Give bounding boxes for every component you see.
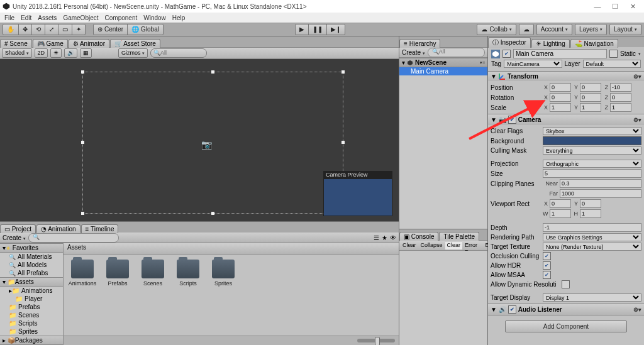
transform-gear-icon[interactable]: ⚙▾ [633,74,641,80]
vp-y[interactable] [580,199,601,208]
scene-light-toggle[interactable]: ☀ [50,48,62,58]
gameobject-name[interactable] [513,49,607,58]
camera-enable-checkbox[interactable]: ✔ [508,116,516,124]
occlusion-checkbox[interactable]: ✔ [543,252,551,260]
depth-field[interactable] [543,223,641,232]
scene-fx-toggle[interactable]: ▦ [80,48,92,58]
pos-x[interactable] [550,83,571,92]
layout-dropdown[interactable]: Layout ▾ [609,24,641,35]
active-checkbox[interactable]: ✔ [502,50,511,58]
background-color[interactable] [543,136,641,145]
tree-player[interactable]: 📁Player [0,295,63,303]
window-minimize[interactable]: — [589,3,606,10]
vp-w[interactable] [550,209,571,218]
hierarchy-scene[interactable]: ▾ NewScene▾≡ [399,58,487,67]
tab-lighting[interactable]: ☀ Lighting [531,39,570,48]
menu-component[interactable]: Component [102,14,141,21]
fav-prefabs[interactable]: 🔍All Prefabs [0,269,63,277]
favorites-header[interactable]: ▾ ★ Favorites [0,243,63,253]
fav-models[interactable]: 🔍All Models [0,261,63,269]
pivot-toggle[interactable]: ⊕ Center [93,24,128,35]
console-collapse[interactable]: Collapse [419,242,445,249]
targettex-dropdown[interactable]: None (Render Texture) [543,243,641,251]
scl-x[interactable] [550,103,571,112]
vp-x[interactable] [550,199,571,208]
hdr-checkbox[interactable]: ✔ [543,261,551,270]
tool-hand[interactable]: ✋ [3,24,19,35]
play-button[interactable]: ▶ [295,24,309,35]
size-field[interactable] [543,169,641,178]
menu-window[interactable]: Window [140,14,169,21]
tab-navigation[interactable]: ⛳ Navigation [570,39,618,48]
filter-icon[interactable]: ☰ [374,234,379,241]
folder-prefabs[interactable]: Prefabs [104,260,131,287]
projection-dropdown[interactable]: Orthographic [543,160,641,168]
tag-dropdown[interactable]: MainCamera [504,60,562,68]
console-errorpause[interactable]: Error Pause [463,242,483,249]
rendering-dropdown[interactable]: Use Graphics Settings [543,233,641,241]
thumbnail-slider[interactable] [357,339,395,342]
menu-assets[interactable]: Assets [35,14,60,21]
pause-button[interactable]: ❚❚ [308,24,327,35]
tab-timeline[interactable]: ≡ Timeline [81,224,119,233]
tab-animation[interactable]: ◔ Animation [36,224,80,233]
layers-dropdown[interactable]: Layers ▾ [575,24,607,35]
near-field[interactable] [560,179,641,188]
folder-scripts[interactable]: Scripts [174,260,202,287]
filter-save[interactable]: 👁 [390,234,396,241]
hierarchy-create[interactable]: Create ▾ [402,49,425,56]
add-component-button[interactable]: Add Component [505,320,627,332]
cloud-button[interactable]: ☁ [519,24,534,35]
tree-sprites[interactable]: 📁Sprites [0,327,63,336]
menu-file[interactable]: File [1,14,18,21]
scl-y[interactable] [580,103,601,112]
account-dropdown[interactable]: Account ▾ [536,24,572,35]
dynres-checkbox[interactable] [562,280,570,288]
console-clearonplay[interactable]: Clear on Play [445,242,463,249]
assets-header[interactable]: ▾ 📁 Assets [0,277,63,287]
pos-y[interactable] [580,83,601,92]
clearflags-dropdown[interactable]: Skybox [543,127,641,135]
tab-console[interactable]: ▣ Console [399,232,438,241]
project-tree[interactable]: ▾ ★ Favorites 🔍All Materials 🔍All Models… [0,243,64,345]
tab-assetstore[interactable]: 🛒 Asset Store [110,39,160,48]
tool-rotate[interactable]: ⟲ [31,24,45,35]
project-grid[interactable]: Animations Prefabs Scenes Scripts Sprite… [64,255,399,336]
mode-2d[interactable]: 2D [35,48,48,58]
folder-animations[interactable]: Animations [69,260,96,287]
msaa-checkbox[interactable]: ✔ [543,271,551,279]
fav-materials[interactable]: 🔍All Materials [0,253,63,261]
scene-search[interactable]: 🔍All [150,48,207,58]
tool-move[interactable]: ✥ [18,24,32,35]
static-checkbox[interactable] [609,50,618,58]
menu-edit[interactable]: Edit [18,14,35,21]
camera-icon[interactable]: 📷 [201,140,212,150]
step-button[interactable]: ▶❙ [326,24,345,35]
scene-view[interactable]: 📷 Camera Preview [0,59,399,221]
tree-animations[interactable]: ▸📁Animations [0,287,63,295]
hierarchy-list[interactable]: ▾ NewScene▾≡ Main Camera [399,58,487,229]
menu-gameobject[interactable]: GameObject [60,14,101,21]
rot-z[interactable] [610,93,631,102]
hierarchy-main-camera[interactable]: Main Camera [399,67,487,75]
folder-sprites[interactable]: Sprites [209,260,237,287]
layer-dropdown[interactable]: Default [583,60,641,68]
far-field[interactable] [560,189,641,198]
display-dropdown[interactable]: Display 1 [543,293,641,302]
transform-header[interactable]: ▼ Transform⚙▾ [488,72,644,81]
audiolistener-header[interactable]: ▼ 🔊 ✔ Audio Listener⚙▾ [488,304,644,315]
pos-z[interactable] [610,83,631,92]
tab-project[interactable]: ▭ Project [0,224,36,233]
console-clear[interactable]: Clear [401,242,418,249]
audio-enable-checkbox[interactable]: ✔ [508,305,516,314]
tree-scenes[interactable]: 📁Scenes [0,311,63,319]
tab-hierarchy[interactable]: ≡ Hierarchy [399,39,440,48]
tree-prefabs[interactable]: 📁Prefabs [0,303,63,311]
folder-scenes[interactable]: Scenes [139,260,167,287]
shading-mode[interactable]: Shaded ▾ [2,48,32,58]
cullingmask-dropdown[interactable]: Everything [543,146,641,155]
menu-help[interactable]: Help [169,14,189,21]
tab-game[interactable]: 🎮 Game [33,39,68,48]
tab-tilepalette[interactable]: Tile Palette [439,232,479,241]
window-close[interactable]: ✕ [624,3,641,11]
